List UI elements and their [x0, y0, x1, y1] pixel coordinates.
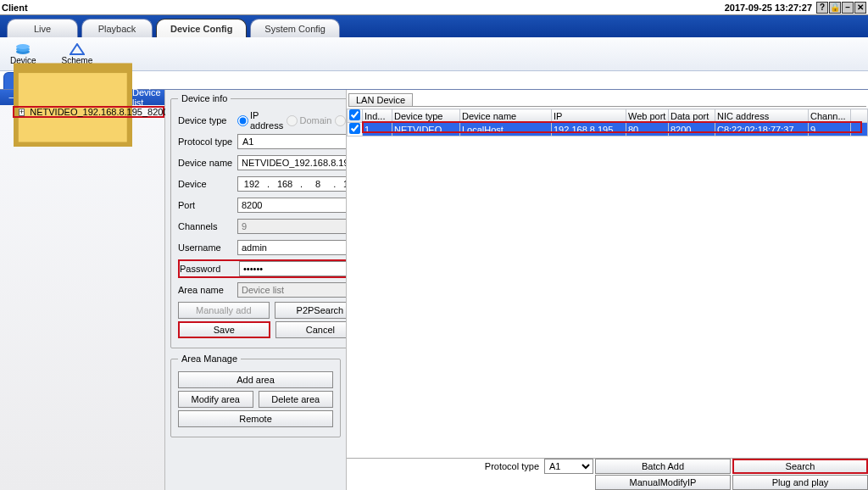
- help-icon[interactable]: ?: [816, 2, 828, 14]
- radio-domain: [287, 115, 298, 126]
- lan-device-tab[interactable]: LAN Device: [348, 93, 413, 106]
- close-icon[interactable]: ✕: [854, 2, 866, 14]
- radio-ip: [237, 115, 248, 126]
- password-input[interactable]: [239, 261, 347, 276]
- form-panel: Device info Device type IP address Domai…: [165, 90, 347, 490]
- tab-live[interactable]: Live: [7, 19, 78, 37]
- tab-playback[interactable]: Playback: [81, 19, 153, 37]
- channels-input: [237, 219, 347, 234]
- timestamp: 2017-09-25 13:27:27: [725, 3, 812, 13]
- manually-add-button: Manually add: [178, 302, 270, 319]
- lan-panel: LAN Device Ind... Device type Device nam…: [347, 90, 868, 490]
- tree-item[interactable]: + NETVIDEO_192.168.8.195_8200: [13, 106, 164, 118]
- cancel-button[interactable]: Cancel: [275, 321, 347, 338]
- ip-input[interactable]: . . .: [237, 176, 347, 192]
- expand-icon[interactable]: +: [19, 109, 25, 116]
- lan-device-table: Ind... Device type Device name IP Web po…: [347, 109, 868, 136]
- app-title: Client: [2, 3, 28, 13]
- titlebar: Client 2017-09-25 13:27:27 ? 🔒 – ✕: [0, 0, 868, 15]
- minimize-icon[interactable]: –: [842, 2, 854, 14]
- bottom-protocol-select[interactable]: A1: [544, 459, 593, 474]
- manual-modify-ip-button[interactable]: ManualModifyIP: [595, 475, 731, 490]
- batch-add-button[interactable]: Batch Add: [595, 459, 731, 474]
- device-tree-panel: − Device list + NETVIDEO_192.168.8.195_8…: [0, 90, 165, 490]
- device-info-fieldset: Device info Device type IP address Domai…: [170, 93, 347, 348]
- area-manage-fieldset: Area Manage Add area Modify area Delete …: [170, 354, 341, 437]
- remote-button[interactable]: Remote: [178, 410, 333, 427]
- save-button[interactable]: Save: [178, 321, 270, 338]
- select-all-checkbox[interactable]: [349, 109, 360, 120]
- lock-icon[interactable]: 🔒: [829, 2, 841, 14]
- folder-icon: [14, 48, 132, 147]
- area-name-input: [237, 282, 347, 298]
- table-header-row: Ind... Device type Device name IP Web po…: [348, 109, 868, 123]
- radio-p2p: [335, 115, 346, 126]
- device-type-radios: IP address Domain P2P: [237, 110, 347, 131]
- tab-system-config[interactable]: System Config: [250, 19, 340, 37]
- main-tabs: Live Playback Device Config System Confi…: [0, 15, 868, 37]
- tree-header: − Device list: [0, 90, 164, 105]
- plug-and-play-button[interactable]: Plug and play: [732, 475, 868, 490]
- port-input[interactable]: [237, 198, 347, 213]
- username-input[interactable]: [237, 240, 347, 255]
- delete-area-button[interactable]: Delete area: [259, 391, 334, 408]
- search-button[interactable]: Search: [732, 459, 868, 474]
- bottom-bar: Protocol type A1 Batch Add Search Manual…: [347, 458, 868, 490]
- tab-device-config[interactable]: Device Config: [156, 19, 247, 37]
- protocol-select[interactable]: A1: [237, 134, 347, 149]
- row-checkbox[interactable]: [349, 123, 360, 134]
- password-row: Password: [178, 259, 347, 278]
- p2p-search-button[interactable]: P2PSearch: [275, 302, 347, 319]
- add-area-button[interactable]: Add area: [178, 371, 333, 388]
- device-name-input[interactable]: [237, 155, 347, 170]
- table-row[interactable]: 1 NETVIDEO LocalHost 192.168.8.195 80 82…: [348, 123, 868, 136]
- modify-area-button[interactable]: Modify area: [178, 391, 253, 408]
